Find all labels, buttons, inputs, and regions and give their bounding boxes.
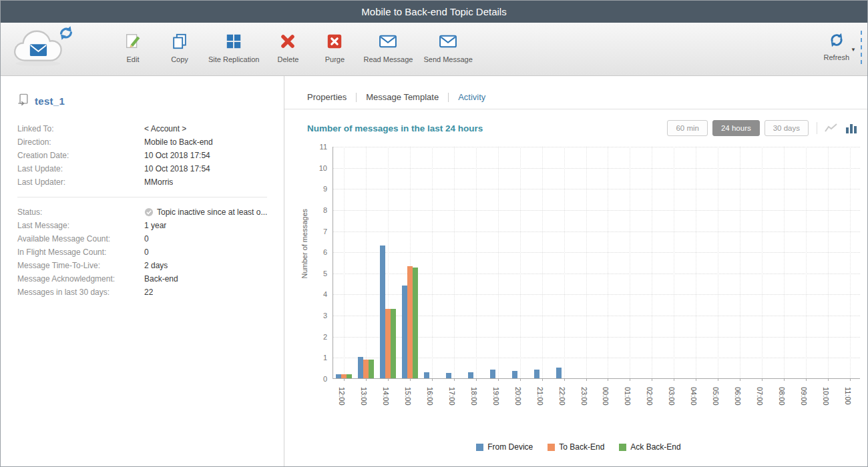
legend-label: To Back-End — [559, 442, 604, 452]
field-row: In Flight Message Count:0 — [17, 246, 284, 259]
tool-label: Send Message — [423, 55, 472, 63]
legend-swatch — [476, 444, 483, 451]
x-axis-label: 04:00 — [690, 387, 698, 406]
refresh-area: Refresh ▼ — [824, 31, 862, 64]
x-axis-label: 21:00 — [536, 387, 544, 406]
bar-ack-back-end — [413, 268, 418, 378]
field-row: Status:Topic inactive since at least o..… — [17, 205, 284, 219]
tab-message-template[interactable]: Message Template — [357, 92, 448, 102]
read-message-button[interactable]: Read Message — [358, 28, 418, 67]
purge-button[interactable]: Purge — [311, 28, 358, 67]
x-axis-label: 06:00 — [734, 387, 742, 406]
line-chart-icon[interactable] — [824, 122, 839, 134]
x-axis-label: 14:00 — [382, 387, 390, 406]
bar-from-device — [336, 374, 341, 378]
page-title: Mobile to Back-end Topic Details — [1, 1, 867, 23]
x-axis-tickmark — [564, 378, 565, 381]
bar-chart-icon[interactable] — [845, 122, 858, 134]
gridline-vertical — [542, 147, 543, 378]
legend-label: Ack Back-End — [630, 442, 680, 452]
field-label: Messages in last 30 days: — [17, 286, 144, 299]
refresh-button[interactable]: Refresh — [824, 31, 850, 61]
field-value-text: 1 year — [144, 219, 166, 232]
refresh-dropdown-caret-icon[interactable]: ▼ — [851, 47, 856, 53]
x-axis-label: 10:00 — [822, 387, 830, 406]
field-value-text: Back-end — [144, 272, 178, 286]
toolbar-items: EditCopySite ReplicationDeletePurgeRead … — [110, 23, 867, 67]
gridline-vertical — [520, 147, 521, 378]
gridline-vertical — [454, 147, 455, 378]
field-value-text: 0 — [144, 246, 149, 259]
range-button-30-days[interactable]: 30 days — [765, 120, 809, 136]
bar-from-device — [556, 368, 562, 378]
field-value-text: 0 — [144, 232, 149, 246]
field-label: Last Updater: — [17, 175, 144, 189]
x-axis-label: 15:00 — [404, 387, 412, 406]
field-value-text: Mobile to Back-end — [144, 135, 213, 149]
y-axis-tick: 4 — [298, 290, 327, 299]
range-controls: 60 min24 hours30 days — [662, 120, 858, 136]
x-axis-label: 11:00 — [844, 387, 852, 405]
range-button-24-hours[interactable]: 24 hours — [712, 120, 760, 136]
x-axis-tickmark — [696, 378, 696, 381]
range-button-60-min[interactable]: 60 min — [667, 120, 708, 136]
gridline-vertical — [718, 147, 718, 378]
field-value-text: 10 Oct 2018 17:54 — [144, 162, 210, 175]
x-axis-tickmark — [586, 378, 587, 381]
bar-to-back-end — [363, 360, 369, 378]
field-row: Available Message Count:0 — [17, 232, 284, 246]
general-fields: Linked To:< Account >Direction:Mobile to… — [17, 122, 284, 189]
gridline-vertical — [696, 147, 696, 378]
x-axis-label: 09:00 — [800, 387, 808, 406]
field-row: Direction:Mobile to Back-end — [17, 135, 284, 149]
activity-panel: PropertiesMessage TemplateActivity Numbe… — [284, 76, 867, 467]
x-axis-tickmark — [850, 378, 851, 381]
x-axis-tickmark — [454, 378, 455, 381]
read-message-icon — [379, 32, 397, 51]
legend-item-ack-back-end[interactable]: Ack Back-End — [619, 442, 680, 452]
legend-item-to-back-end[interactable]: To Back-End — [548, 442, 604, 452]
tool-label: Site Replication — [208, 55, 259, 63]
y-axis-tick: 1 — [298, 353, 327, 362]
x-axis-label: 19:00 — [492, 387, 500, 406]
gridline-horizontal — [333, 231, 860, 232]
copy-icon — [170, 32, 189, 51]
chart-header: Number of messages in the last 24 hours … — [307, 120, 858, 136]
x-axis-tickmark — [806, 378, 807, 381]
legend-item-from-device[interactable]: From Device — [476, 442, 533, 452]
toolbar-right-divider — [861, 31, 862, 64]
x-axis-tickmark — [828, 378, 829, 381]
field-value-text: Topic inactive since at least o... — [157, 205, 267, 219]
send-message-button[interactable]: Send Message — [418, 28, 477, 67]
toolbar: EditCopySite ReplicationDeletePurgeRead … — [1, 23, 867, 76]
bar-ack-back-end — [347, 374, 352, 378]
x-axis-tickmark — [476, 378, 477, 381]
y-axis-tick: 7 — [298, 227, 327, 236]
copy-button[interactable]: Copy — [156, 28, 203, 67]
site-replication-button[interactable]: Site Replication — [203, 28, 264, 67]
topic-icon — [17, 93, 29, 109]
tab-properties[interactable]: Properties — [298, 92, 356, 102]
x-axis-tickmark — [652, 378, 652, 381]
bar-to-back-end — [341, 374, 347, 378]
gridline-vertical — [432, 147, 433, 378]
chart-type-group — [817, 122, 858, 134]
field-row: Last Update:10 Oct 2018 17:54 — [17, 162, 284, 175]
x-axis-label: 22:00 — [558, 387, 566, 406]
gridline-vertical — [608, 147, 608, 378]
edit-button[interactable]: Edit — [110, 28, 156, 67]
delete-button[interactable]: Delete — [264, 28, 311, 67]
delete-icon — [278, 32, 297, 51]
site-replication-icon — [224, 32, 243, 51]
field-value-text: 10 Oct 2018 17:54 — [144, 149, 210, 162]
tab-activity[interactable]: Activity — [449, 92, 495, 102]
field-row: Last Updater:MMorris — [17, 175, 284, 189]
field-row: Linked To:< Account > — [17, 122, 284, 135]
x-axis-tickmark — [410, 378, 411, 381]
y-axis-tick: 11 — [298, 142, 327, 151]
gridline-vertical — [828, 147, 829, 378]
x-axis-tickmark — [344, 378, 345, 381]
plot-area — [333, 147, 860, 379]
gridline-horizontal — [333, 252, 860, 253]
chart-title: Number of messages in the last 24 hours — [307, 123, 483, 133]
